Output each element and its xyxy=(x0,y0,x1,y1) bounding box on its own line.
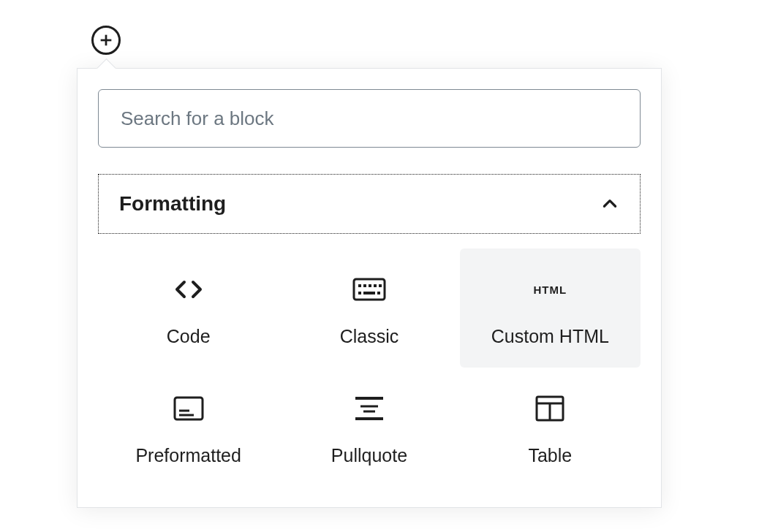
section-title: Formatting xyxy=(119,192,226,216)
preformatted-icon xyxy=(171,391,206,426)
block-label: Table xyxy=(528,445,572,466)
pullquote-icon xyxy=(352,391,387,426)
svg-rect-2 xyxy=(354,279,385,300)
table-icon xyxy=(532,391,567,426)
svg-rect-5 xyxy=(369,284,371,287)
block-label: Pullquote xyxy=(331,445,407,466)
svg-rect-8 xyxy=(358,292,361,294)
block-item-table[interactable]: Table xyxy=(460,368,641,487)
chevron-up-icon xyxy=(600,194,619,213)
block-item-custom-html[interactable]: HTML Custom HTML xyxy=(460,248,641,368)
block-label: Classic xyxy=(340,326,399,347)
add-block-button[interactable] xyxy=(91,26,121,55)
keyboard-icon xyxy=(352,272,387,307)
svg-rect-3 xyxy=(358,284,361,287)
svg-rect-9 xyxy=(363,292,375,294)
block-item-classic[interactable]: Classic xyxy=(279,248,459,368)
block-inserter-popover: Formatting Code xyxy=(77,68,662,508)
html-icon: HTML xyxy=(532,272,567,307)
svg-rect-7 xyxy=(379,284,382,287)
code-icon xyxy=(171,272,206,307)
block-item-pullquote[interactable]: Pullquote xyxy=(279,368,459,487)
svg-rect-4 xyxy=(363,284,366,287)
block-label: Custom HTML xyxy=(491,326,609,347)
block-label: Code xyxy=(167,326,211,347)
blocks-grid: Code Classic HTML xyxy=(98,248,641,487)
svg-rect-6 xyxy=(374,284,377,287)
section-header-formatting[interactable]: Formatting xyxy=(98,174,641,234)
block-item-code[interactable]: Code xyxy=(98,248,279,368)
svg-rect-10 xyxy=(377,292,380,294)
search-input[interactable] xyxy=(98,89,641,148)
plus-icon xyxy=(98,32,114,48)
block-item-preformatted[interactable]: Preformatted xyxy=(98,368,279,487)
block-label: Preformatted xyxy=(135,445,241,466)
